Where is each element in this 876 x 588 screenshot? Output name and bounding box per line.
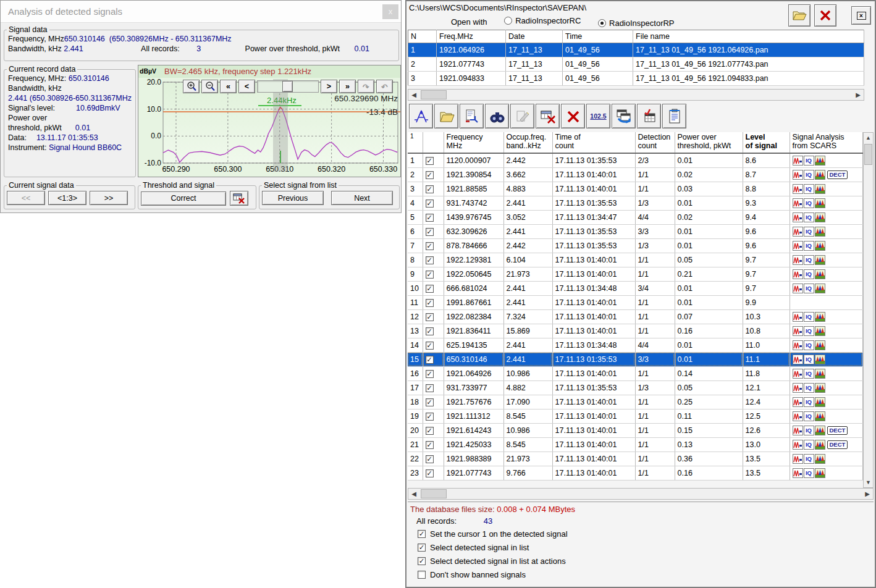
scars-analysis-button[interactable]: [815, 468, 825, 478]
report-button[interactable]: [662, 104, 686, 128]
waveform-analysis-button[interactable]: [793, 212, 803, 222]
window-titlebar[interactable]: Analysis of detected signals x: [1, 1, 401, 23]
footer-option-checkbox[interactable]: ✓: [418, 557, 426, 565]
previous-signal-button[interactable]: Previous: [262, 191, 324, 205]
iq-analysis-button[interactable]: IQ: [804, 326, 814, 336]
iq-analysis-button[interactable]: IQ: [804, 411, 814, 421]
row-checkbox-cell[interactable]: ✓: [423, 253, 444, 267]
signal-enabled-checkbox[interactable]: ✓: [426, 157, 434, 165]
file-row[interactable]: 21921.07774317_11_1301_49_5617_11_13 01_…: [408, 57, 864, 72]
scars-analysis-button[interactable]: [815, 241, 825, 251]
column-header[interactable]: Power overthreshold, pkWt: [675, 132, 743, 153]
iq-analysis-button[interactable]: IQ: [804, 369, 814, 379]
signal-row[interactable]: 16✓1921.06492610.98617.11.13 01:40:011/1…: [408, 366, 862, 380]
spectrum-plot[interactable]: dBµV BW=2.465 kHz, frequency step 1.221k…: [138, 65, 401, 177]
signal-row[interactable]: 2✓1921.3908543.66217.11.13 01:40:011/10.…: [408, 167, 862, 182]
row-checkbox-cell[interactable]: ✓: [423, 366, 444, 380]
row-checkbox-cell[interactable]: ✓: [423, 352, 444, 366]
scroll-right-icon[interactable]: ▶: [862, 489, 873, 499]
signal-enabled-checkbox[interactable]: ✓: [426, 413, 434, 421]
fast-back-button[interactable]: «: [220, 80, 237, 93]
iq-analysis-button[interactable]: IQ: [804, 170, 814, 180]
file-table-hscrollbar[interactable]: ◀ ▶: [408, 89, 864, 101]
signals-vscrollbar[interactable]: ▲ ▼: [863, 132, 874, 488]
column-header[interactable]: Levelof signal: [743, 132, 790, 153]
signal-row[interactable]: 9✓1922.05064521.97317.11.13 01:40:011/10…: [408, 267, 862, 281]
scars-analysis-button[interactable]: [815, 355, 825, 364]
waveform-analysis-button[interactable]: [793, 369, 803, 379]
signal-row[interactable]: 10✓666.6810242.44117.11.13 01:34:483/40.…: [408, 281, 862, 295]
waveform-analysis-button[interactable]: [793, 383, 803, 393]
scars-analysis-button[interactable]: [815, 269, 825, 279]
footer-option-checkbox[interactable]: ✓: [418, 544, 426, 552]
corner-header-cell[interactable]: 1: [408, 132, 423, 153]
scars-analysis-button[interactable]: [815, 156, 825, 166]
scars-analysis-button[interactable]: [815, 411, 825, 421]
file-table-header[interactable]: Freq.MHz: [437, 30, 506, 43]
close-panel-button[interactable]: ×: [851, 6, 871, 25]
signal-row[interactable]: 12✓1922.0823847.32417.11.13 01:40:011/10…: [408, 309, 862, 324]
scars-analysis-button[interactable]: [815, 212, 825, 222]
signal-enabled-checkbox[interactable]: ✓: [426, 356, 434, 364]
antenna-button[interactable]: [409, 104, 433, 128]
next-signal-button[interactable]: Next: [331, 191, 393, 205]
scars-analysis-button[interactable]: [815, 184, 825, 194]
file-table-header[interactable]: Date: [506, 30, 563, 43]
redo-button[interactable]: ↷: [358, 80, 374, 93]
waveform-analysis-button[interactable]: [793, 255, 803, 265]
waveform-analysis-button[interactable]: [793, 411, 803, 421]
waveform-analysis-button[interactable]: [793, 170, 803, 180]
row-checkbox-cell[interactable]: ✓: [423, 309, 444, 324]
signal-row[interactable]: 6✓632.3096262.44117.11.13 01:35:533/30.0…: [408, 224, 862, 238]
signal-enabled-checkbox[interactable]: ✓: [426, 455, 434, 463]
iq-analysis-button[interactable]: IQ: [804, 284, 814, 293]
iq-analysis-button[interactable]: IQ: [804, 269, 814, 279]
file-row[interactable]: 31921.09483317_11_1301_49_5617_11_13 01_…: [408, 72, 864, 86]
signal-enabled-checkbox[interactable]: ✓: [426, 256, 434, 264]
scroll-right-icon[interactable]: ▶: [853, 90, 864, 100]
column-header[interactable]: Detectioncount: [635, 132, 675, 153]
signal-enabled-checkbox[interactable]: ✓: [426, 398, 434, 406]
row-checkbox-cell[interactable]: ✓: [423, 466, 444, 480]
row-checkbox-cell[interactable]: ✓: [423, 452, 444, 466]
footer-option-checkbox[interactable]: ✓: [418, 530, 426, 538]
file-table-header[interactable]: Time: [563, 30, 633, 43]
forward-button[interactable]: >: [321, 80, 337, 93]
scars-analysis-button[interactable]: [815, 326, 825, 336]
iq-analysis-button[interactable]: IQ: [804, 454, 814, 464]
record-prev-button[interactable]: <<: [7, 191, 45, 205]
iq-analysis-button[interactable]: IQ: [804, 383, 814, 393]
row-checkbox-cell[interactable]: ✓: [423, 167, 444, 182]
scroll-down-icon[interactable]: ▼: [864, 477, 873, 487]
iq-analysis-button[interactable]: IQ: [804, 255, 814, 265]
signal-enabled-checkbox[interactable]: ✓: [426, 185, 434, 193]
signal-row[interactable]: 4✓931.7437422.44117.11.13 01:35:531/30.0…: [408, 196, 862, 210]
row-checkbox-cell[interactable]: ✓: [423, 295, 444, 309]
delete-all-button[interactable]: [561, 104, 585, 128]
iq-analysis-button[interactable]: IQ: [804, 227, 814, 237]
row-checkbox-cell[interactable]: ✓: [423, 324, 444, 338]
signal-enabled-checkbox[interactable]: ✓: [426, 299, 434, 307]
detected-signals-table[interactable]: 1FrequencyMHzOccup.freq.band..kHzTime of…: [408, 132, 863, 481]
signal-enabled-checkbox[interactable]: ✓: [426, 228, 434, 236]
import-table-button[interactable]: [637, 104, 661, 128]
signal-enabled-checkbox[interactable]: ✓: [426, 200, 434, 208]
iq-analysis-button[interactable]: IQ: [804, 198, 814, 208]
zoom-out-button[interactable]: [201, 80, 218, 93]
column-header[interactable]: Signal Analysisfrom SCARS: [790, 132, 862, 153]
signal-row[interactable]: 7✓878.7846662.44217.11.13 01:35:531/30.0…: [408, 238, 862, 253]
signal-row[interactable]: 13✓1921.83641115.86917.11.13 01:40:011/1…: [408, 324, 862, 338]
scroll-left-icon[interactable]: ◀: [408, 489, 419, 499]
delete-threshold-button[interactable]: [230, 191, 248, 206]
record-index-button[interactable]: <1:3>: [48, 191, 86, 205]
scars-analysis-button[interactable]: [815, 340, 825, 350]
row-checkbox-cell[interactable]: ✓: [423, 238, 444, 253]
iq-analysis-button[interactable]: IQ: [804, 212, 814, 222]
signal-row[interactable]: 15✓650.3101462.44117.11.13 01:35:533/30.…: [408, 352, 862, 366]
scroll-thumb[interactable]: [421, 489, 447, 498]
copy-database-button[interactable]: [612, 104, 636, 128]
signal-row[interactable]: 19✓1921.1113128.54517.11.13 01:40:011/10…: [408, 409, 862, 423]
scars-analysis-button[interactable]: [815, 369, 825, 379]
signal-row[interactable]: 14✓625.1941352.44117.11.13 01:34:484/40.…: [408, 338, 862, 352]
signal-row[interactable]: 18✓1921.75767617.09017.11.13 01:40:011/1…: [408, 395, 862, 409]
